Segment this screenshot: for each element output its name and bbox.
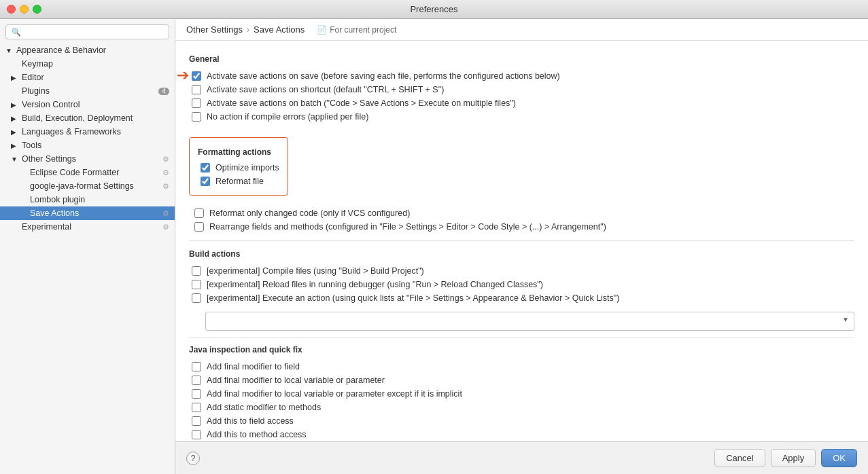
checkbox-row-reformat-changed: Reformat only changed code (only if VCS …: [194, 206, 854, 220]
checkbox-final-field[interactable]: [192, 362, 201, 371]
checkbox-row-compile-files: [experimental] Compile files (using "Bui…: [192, 264, 854, 278]
window-controls[interactable]: [7, 5, 41, 14]
checkbox-reload-files[interactable]: [192, 280, 201, 289]
footer: ? Cancel Apply OK: [175, 441, 868, 474]
window-title: Preferences: [410, 4, 457, 14]
checkbox-activate-batch[interactable]: [192, 98, 201, 108]
search-icon: 🔍: [12, 28, 21, 37]
sidebar-item-label: Editor: [22, 73, 44, 82]
label-static-modifier: Add static modifier to methods: [207, 403, 321, 412]
sidebar-item-eclipse-code-formatter[interactable]: Eclipse Code Formatter⚙: [0, 166, 175, 179]
build-action-select[interactable]: [205, 312, 854, 331]
checkbox-row-final-local: Add final modifier to local variable or …: [192, 373, 854, 387]
checkbox-activate-shortcut[interactable]: [192, 85, 201, 94]
search-box[interactable]: 🔍: [5, 24, 169, 39]
label-activate-batch: Activate save actions on batch ("Code > …: [207, 98, 516, 108]
checkbox-row-no-action-compile: No action if compile errors (applied per…: [192, 110, 854, 124]
breadcrumb-current: Save Actions: [254, 24, 305, 35]
checkbox-row-reformat-file: Reformat file: [201, 175, 279, 188]
label-reformat-file: Reformat file: [215, 177, 264, 186]
help-icon: ?: [191, 454, 196, 463]
title-bar: Preferences: [0, 0, 868, 19]
for-current-project-label: For current project: [330, 25, 396, 35]
main-content: 🔍 ▼Appearance & BehaviorKeymap▶EditorPlu…: [0, 19, 868, 474]
settings-icon: ⚙: [162, 155, 169, 164]
search-input[interactable]: [24, 27, 163, 37]
sidebar-item-label: Plugins: [22, 86, 50, 96]
ok-button[interactable]: OK: [821, 449, 857, 467]
checkbox-rearrange-fields[interactable]: [194, 222, 204, 232]
checkbox-row-final-field: Add final modifier to field: [192, 360, 854, 373]
checkbox-reformat-file[interactable]: [201, 177, 210, 186]
checkbox-no-action-compile[interactable]: [192, 112, 201, 122]
checkbox-row-rearrange-fields: Rearrange fields and methods (configured…: [194, 220, 854, 234]
collapse-arrow-icon: ▶: [11, 142, 19, 149]
sidebar-item-other-settings[interactable]: ▼Other Settings⚙: [0, 152, 175, 166]
divider-java: [189, 338, 854, 338]
sidebar-item-save-actions[interactable]: Save Actions⚙: [0, 206, 175, 220]
breadcrumb-separator: ›: [247, 25, 249, 35]
minimize-button[interactable]: [20, 5, 29, 14]
sidebar-item-label: Lombok plugin: [30, 195, 85, 204]
formatting-box: Formatting actions Optimize importsRefor…: [189, 137, 288, 196]
settings-content: ➔ General Activate save actions on save …: [175, 41, 868, 441]
settings-icon: ⚙: [162, 223, 169, 232]
checkbox-compile-files[interactable]: [192, 266, 201, 276]
red-arrow-icon: ➔: [177, 67, 189, 84]
java-section-label: Java inspection and quick fix: [189, 345, 854, 354]
sidebar-item-languages-frameworks[interactable]: ▶Languages & Frameworks: [0, 125, 175, 139]
label-reformat-changed: Reformat only changed code (only if VCS …: [209, 208, 410, 218]
sidebar-item-tools[interactable]: ▶Tools: [0, 139, 175, 152]
checkbox-row-execute-action: [experimental] Execute an action (using …: [192, 291, 854, 305]
checkbox-reformat-changed[interactable]: [194, 208, 204, 218]
sidebar-item-google-java-format[interactable]: google-java-format Settings⚙: [0, 179, 175, 193]
label-this-field: Add this to field access: [207, 416, 294, 426]
label-final-field: Add final modifier to field: [207, 362, 300, 371]
badge: 4: [158, 88, 169, 95]
label-final-local-except: Add final modifier to local variable or …: [207, 389, 462, 399]
label-this-method: Add this to method access: [207, 430, 307, 439]
label-activate-save: Activate save actions on save (before sa…: [207, 71, 560, 81]
checkbox-row-final-local-except: Add final modifier to local variable or …: [192, 387, 854, 401]
close-button[interactable]: [7, 5, 16, 14]
for-current-project: For current project: [317, 25, 396, 35]
collapse-arrow-icon: ▶: [11, 115, 19, 122]
divider-build: [189, 240, 854, 241]
checkbox-final-local[interactable]: [192, 376, 201, 385]
java-inspection-section: Java inspection and quick fix Add final …: [189, 345, 854, 441]
checkbox-final-local-except[interactable]: [192, 389, 201, 399]
checkbox-optimize-imports[interactable]: [201, 163, 210, 172]
checkbox-this-method[interactable]: [192, 430, 201, 439]
apply-button[interactable]: Apply: [771, 449, 816, 467]
checkbox-row-this-method: Add this to method access: [192, 428, 854, 441]
checkbox-row-activate-shortcut: Activate save actions on shortcut (defau…: [192, 83, 854, 96]
help-button[interactable]: ?: [186, 452, 200, 465]
sidebar-item-plugins[interactable]: Plugins4: [0, 84, 175, 98]
sidebar-item-label: google-java-format Settings: [30, 181, 134, 191]
sidebar-item-label: Appearance & Behavior: [16, 45, 106, 55]
formatting-container: Formatting actions Optimize importsRefor…: [189, 129, 854, 201]
checkbox-row-activate-save: Activate save actions on save (before sa…: [192, 69, 854, 83]
checkbox-execute-action[interactable]: [192, 293, 201, 303]
sidebar-item-label: Languages & Frameworks: [22, 127, 121, 136]
sidebar-item-version-control[interactable]: ▶Version Control: [0, 98, 175, 111]
label-no-action-compile: No action if compile errors (applied per…: [207, 112, 368, 122]
build-section: Build actions [experimental] Compile fil…: [189, 249, 854, 331]
maximize-button[interactable]: [33, 5, 41, 14]
checkbox-static-modifier[interactable]: [192, 403, 201, 412]
collapse-arrow-icon: ▼: [11, 156, 19, 163]
settings-icon: ⚙: [162, 209, 169, 218]
checkbox-this-field[interactable]: [192, 416, 201, 426]
sidebar-item-experimental[interactable]: Experimental⚙: [0, 220, 175, 234]
breadcrumb-parent: Other Settings: [186, 24, 243, 35]
sidebar-item-keymap[interactable]: Keymap: [0, 57, 175, 71]
cancel-button[interactable]: Cancel: [714, 449, 765, 467]
sidebar-item-lombok-plugin[interactable]: Lombok plugin: [0, 193, 175, 206]
label-reload-files: [experimental] Reload files in running d…: [207, 280, 543, 289]
sidebar-item-build-execution[interactable]: ▶Build, Execution, Deployment: [0, 111, 175, 125]
label-activate-shortcut: Activate save actions on shortcut (defau…: [207, 85, 444, 94]
sidebar-item-appearance-behavior[interactable]: ▼Appearance & Behavior: [0, 43, 175, 57]
checkbox-activate-save[interactable]: [192, 71, 201, 81]
sidebar-item-editor[interactable]: ▶Editor: [0, 71, 175, 84]
sidebar-item-label: Other Settings: [22, 154, 76, 164]
